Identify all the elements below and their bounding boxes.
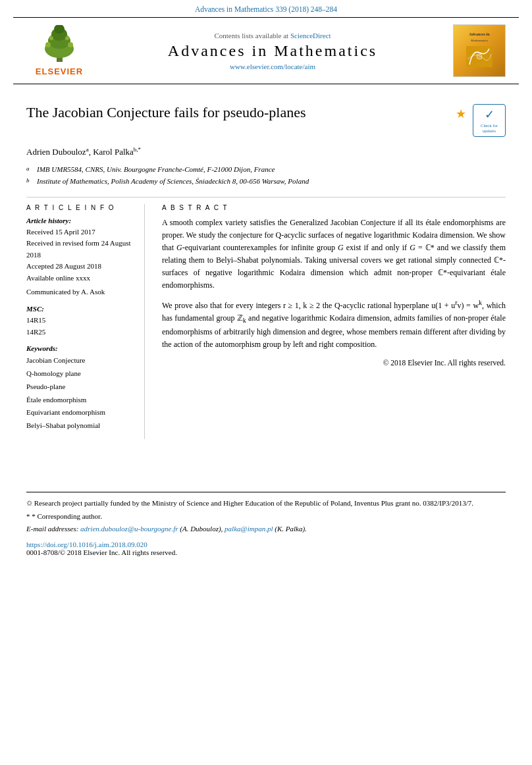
sciencedirect-link[interactable]: ScienceDirect: [290, 32, 331, 40]
article-title-text: The Jacobian Conjecture fails for pseudo…: [26, 104, 449, 121]
section-divider: [26, 197, 506, 198]
journal-citation-link[interactable]: Advances in Mathematics 339 (2018) 248–2…: [195, 5, 337, 13]
affiliation-a: a IMB UMR5584, CNRS, Univ. Bourgogne Fra…: [26, 164, 506, 176]
received-row: Received 15 April 2017: [26, 226, 135, 238]
history-label: Article history:: [26, 217, 135, 224]
footnote-star2-sym: *: [26, 512, 32, 520]
footnote-star-icon: ★: [456, 107, 466, 121]
affil-b-sup: b: [26, 176, 34, 185]
elsevier-tree-svg: [35, 25, 84, 65]
abstract-text: A smooth complex variety satisfies the G…: [162, 217, 506, 369]
copyright-line: © 2018 Elsevier Inc. All rights reserved…: [162, 357, 506, 369]
journal-url[interactable]: www.elsevier.com/locate/aim: [99, 63, 446, 70]
article-history-section: Article history: Received 15 April 2017 …: [26, 217, 135, 299]
svg-point-6: [68, 42, 73, 47]
cover-decoration: [466, 46, 492, 67]
check-updates-icon: ✓: [485, 107, 494, 122]
svg-point-5: [45, 42, 51, 47]
article-info-heading: A R T I C L E I N F O: [26, 204, 135, 211]
author2-sup: b,*: [134, 146, 141, 153]
keyword-1: Jacobian Conjecture: [26, 354, 135, 367]
email1-link[interactable]: adrien.dubouloz@u-bourgogne.fr: [80, 525, 178, 533]
doi-line: https://doi.org/10.1016/j.aim.2018.09.02…: [26, 541, 506, 548]
msc1: 14R15: [26, 315, 135, 327]
communicated-row: Communicated by A. Asok: [26, 286, 135, 298]
email2-link[interactable]: palka@impan.pl: [225, 525, 273, 533]
keyword-4: Étale endomorphism: [26, 394, 135, 407]
article-info-column: A R T I C L E I N F O Article history: R…: [26, 204, 145, 440]
svg-point-8: [65, 36, 69, 40]
article-title-row: The Jacobian Conjecture fails for pseudo…: [26, 104, 506, 137]
keyword-2: Q-homology plane: [26, 367, 135, 381]
abstract-paragraph-2: We prove also that for every integers r …: [162, 298, 506, 352]
authors-line: Adrien Dubouloza, Karol Palkab,*: [26, 146, 506, 157]
footnotes-section: ✩ Research project partially funded by t…: [26, 492, 506, 535]
check-updates-badge: ✓ Check for updates: [473, 104, 506, 137]
issn-line: 0001-8708/© 2018 Elsevier Inc. All right…: [26, 548, 506, 556]
keyword-6: Belyi–Shabat polynomial: [26, 419, 135, 433]
journal-cover-image: Advances in Mathematics: [453, 24, 506, 77]
email2-attribution: (K. Palka).: [275, 525, 307, 533]
msc-section: MSC: 14R15 14R25: [26, 305, 135, 338]
footnote-star-sym: ✩: [26, 499, 34, 507]
msc-label: MSC:: [26, 305, 135, 313]
keyword-5: Equivariant endomorphism: [26, 406, 135, 419]
revised-row: Received in revised form 24 August 2018: [26, 238, 135, 261]
author2-name: Karol Palka: [93, 147, 134, 157]
check-updates-text: Check for updates: [475, 123, 504, 134]
elsevier-logo: ELSEVIER: [26, 25, 92, 76]
journal-title: Advances in Mathematics: [99, 42, 446, 60]
svg-point-10: [477, 54, 482, 59]
page-container: Advances in Mathematics 339 (2018) 248–2…: [0, 0, 532, 765]
spacer: [0, 452, 532, 492]
affil-a-text: IMB UMR5584, CNRS, Univ. Bourgogne Franc…: [37, 164, 275, 176]
journal-center-info: Contents lists available at ScienceDirec…: [99, 32, 446, 70]
article-body: The Jacobian Conjecture fails for pseudo…: [0, 84, 532, 452]
affil-b-text: Institute of Mathematics, Polish Academy…: [37, 176, 309, 188]
footnote-corresponding: * * Corresponding author.: [26, 511, 506, 523]
footnote-star-text: Research project partially funded by the…: [34, 499, 473, 507]
affil-a-sup: a: [26, 164, 34, 173]
abstract-heading: A B S T R A C T: [162, 204, 506, 211]
msc2: 14R25: [26, 327, 135, 338]
available-online-row: Available online xxxx: [26, 273, 135, 284]
svg-point-7: [49, 36, 53, 40]
bottom-bar: https://doi.org/10.1016/j.aim.2018.09.02…: [26, 541, 506, 556]
footnote-emails: E-mail addresses: adrien.dubouloz@u-bour…: [26, 523, 506, 535]
affiliation-b: b Institute of Mathematics, Polish Acade…: [26, 176, 506, 188]
abstract-paragraph-1: A smooth complex variety satisfies the G…: [162, 217, 506, 292]
keywords-list: Jacobian Conjecture Q-homology plane Pse…: [26, 354, 135, 433]
footnote-corresponding-text: * Corresponding author.: [32, 512, 102, 520]
author1-sup: a: [86, 146, 89, 153]
top-citation-bar: Advances in Mathematics 339 (2018) 248–2…: [0, 0, 532, 17]
elsevier-brand-label: ELSEVIER: [36, 66, 83, 76]
affiliations: a IMB UMR5584, CNRS, Univ. Bourgogne Fra…: [26, 164, 506, 187]
keywords-section: Keywords: Jacobian Conjecture Q-homology…: [26, 344, 135, 433]
author1-name: Adrien Dubouloz: [26, 147, 86, 157]
doi-link[interactable]: https://doi.org/10.1016/j.aim.2018.09.02…: [26, 541, 147, 548]
email-label: E-mail addresses:: [26, 525, 78, 533]
accepted-row: Accepted 28 August 2018: [26, 261, 135, 273]
email1-attribution: (A. Dubouloz),: [180, 525, 225, 533]
sciencedirect-line: Contents lists available at ScienceDirec…: [99, 32, 446, 40]
keywords-label: Keywords:: [26, 344, 135, 352]
journal-header: ELSEVIER Contents lists available at Sci…: [13, 17, 519, 84]
footnote-star: ✩ Research project partially funded by t…: [26, 498, 506, 510]
keyword-3: Pseudo-plane: [26, 381, 135, 394]
two-col-section: A R T I C L E I N F O Article history: R…: [26, 204, 506, 440]
abstract-column: A B S T R A C T A smooth complex variety…: [158, 204, 506, 440]
